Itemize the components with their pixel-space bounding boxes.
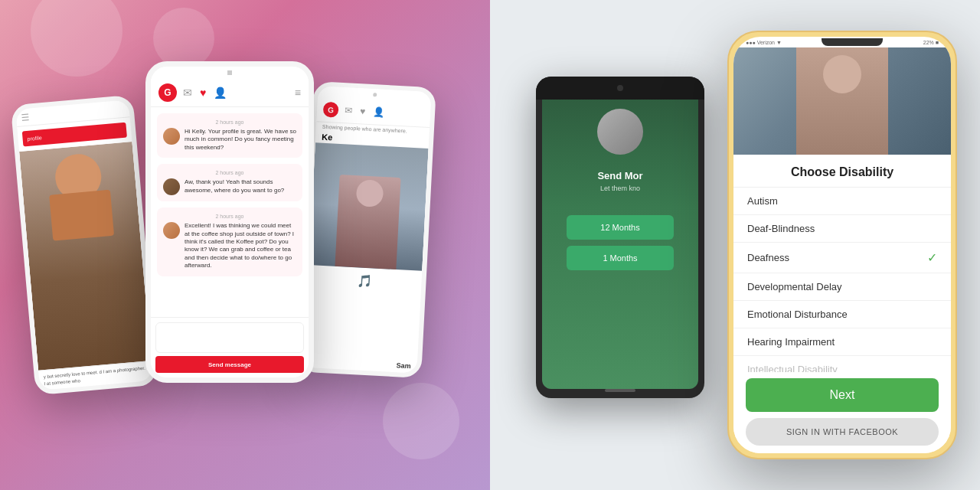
profile-icon[interactable]: 👤 bbox=[214, 87, 227, 99]
chat-text-2: Aw, thank you! Yeah that sounds awesome,… bbox=[185, 178, 296, 194]
disability-item-developmental[interactable]: Developmental Delay bbox=[733, 273, 951, 301]
carrier-label: ●●● Verizon ▼ bbox=[746, 40, 782, 45]
chat-avatar-3 bbox=[163, 222, 180, 239]
disability-item-emotional[interactable]: Emotional Disturbance bbox=[733, 301, 951, 328]
iphone-photo-area bbox=[733, 47, 951, 155]
disability-label-autism: Autism bbox=[747, 195, 778, 207]
messages-icon[interactable]: ✉ bbox=[183, 87, 192, 99]
avatar-image-2 bbox=[163, 178, 180, 195]
bokeh-circle bbox=[383, 383, 459, 459]
heart-action-icon[interactable]: 🎵 bbox=[357, 273, 373, 289]
next-label: Next bbox=[830, 388, 855, 402]
android-home-bar bbox=[605, 389, 635, 392]
facebook-label: SIGN IN WITH FACEBOOK bbox=[786, 427, 898, 436]
center-phone-content: G ✉ ♥ 👤 ≡ 2 hours ago Hi Kell bbox=[151, 67, 309, 377]
profile-label: profile bbox=[27, 135, 42, 142]
android-send-more: Send Mor bbox=[597, 170, 642, 181]
android-let-them: Let them kno bbox=[600, 185, 640, 192]
send-button[interactable]: Send message bbox=[155, 356, 304, 373]
person-head bbox=[355, 179, 384, 207]
chat-text-1: Hi Kelly. Your profile is great. We have… bbox=[185, 128, 296, 152]
chat-time-3: 2 hours ago bbox=[163, 214, 296, 219]
likes-icon[interactable]: ♥ bbox=[200, 87, 206, 99]
bokeh-circle bbox=[31, 0, 122, 77]
iphone-right: ●●● Verizon ▼ 22% ■ Choose Disability Au… bbox=[727, 31, 957, 459]
chat-time-2: 2 hours ago bbox=[163, 170, 296, 175]
checkmark-icon: ✓ bbox=[927, 250, 937, 265]
camera-dot bbox=[227, 70, 232, 75]
modal-title: Choose Disability bbox=[733, 155, 951, 188]
sam-label: Sam bbox=[396, 361, 411, 370]
chat-message-2: 2 hours ago Aw, thank you! Yeah that sou… bbox=[157, 164, 302, 201]
one-month-button[interactable]: 1 Months bbox=[567, 246, 674, 270]
disability-item-intellectual[interactable]: Intellectual Disability bbox=[733, 356, 951, 372]
profile-person-head bbox=[823, 55, 861, 93]
disability-item-deafblindness[interactable]: Deaf-Blindness bbox=[733, 215, 951, 243]
disability-item-autism[interactable]: Autism bbox=[733, 188, 951, 215]
chat-message-3: 2 hours ago Excellent! I was thinking we… bbox=[157, 207, 302, 276]
disability-label-emotional: Emotional Disturbance bbox=[747, 309, 848, 320]
iphone-notch bbox=[822, 38, 883, 46]
chat-row-2: Aw, thank you! Yeah that sounds awesome,… bbox=[163, 178, 296, 195]
chat-message-1: 2 hours ago Hi Kelly. Your profile is gr… bbox=[157, 113, 302, 158]
right-phone-body: Showing people who are anywhere. Ke 🎵 bbox=[303, 122, 430, 373]
left-panel: ☰ profile y but secretly love to meet. d… bbox=[0, 0, 490, 490]
twelve-months-button[interactable]: 12 Months bbox=[567, 215, 674, 240]
app-nav: ✉ ♥ 👤 bbox=[183, 87, 227, 99]
right-profile-icon[interactable]: 👤 bbox=[373, 106, 385, 118]
app-header: G ✉ ♥ 👤 ≡ bbox=[151, 79, 309, 107]
chat-avatar-2 bbox=[163, 178, 180, 195]
chat-row-1: Hi Kelly. Your profile is great. We have… bbox=[163, 128, 296, 152]
disability-list: Autism Deaf-Blindness Deafness ✓ Develop… bbox=[733, 188, 951, 372]
iphone-right-inner: ●●● Verizon ▼ 22% ■ Choose Disability Au… bbox=[733, 37, 951, 453]
right-panel: Send Mor Let them kno 12 Months 1 Months… bbox=[490, 0, 980, 490]
disability-item-hearing[interactable]: Hearing Impairment bbox=[733, 328, 951, 356]
chat-input-area: Send message bbox=[151, 317, 309, 377]
android-avatar bbox=[597, 109, 643, 155]
profile-photo bbox=[19, 142, 151, 371]
chat-text-3: Excellent! I was thinking we could meet … bbox=[185, 222, 296, 270]
left-phone: ☰ profile y but secretly love to meet. d… bbox=[11, 95, 158, 395]
disability-label-deafness: Deafness bbox=[747, 252, 789, 263]
app-logo: G bbox=[158, 83, 177, 102]
android-top-bar bbox=[536, 77, 704, 100]
chat-avatar-1 bbox=[163, 128, 180, 145]
avatar-image-3 bbox=[163, 222, 180, 239]
chat-time-1: 2 hours ago bbox=[163, 119, 296, 125]
menu-icon[interactable]: ≡ bbox=[295, 87, 301, 99]
right-phone-logo: G bbox=[323, 102, 339, 118]
person-silhouette bbox=[335, 175, 400, 270]
disability-label-intellectual: Intellectual Disability bbox=[747, 364, 838, 372]
profile-photo-person bbox=[796, 47, 888, 155]
camera-dot-right bbox=[373, 93, 377, 96]
disability-label-developmental: Developmental Delay bbox=[747, 281, 842, 292]
avatar-image-1 bbox=[163, 128, 180, 145]
iphone-status-bar: ●●● Verizon ▼ 22% ■ bbox=[733, 37, 951, 47]
right-likes-icon[interactable]: ♥ bbox=[360, 106, 366, 116]
disability-item-deafness[interactable]: Deafness ✓ bbox=[733, 243, 951, 273]
disability-label-deafblindness: Deaf-Blindness bbox=[747, 223, 815, 234]
android-avatar-image bbox=[597, 109, 643, 155]
chat-area: 2 hours ago Hi Kelly. Your profile is gr… bbox=[151, 107, 309, 317]
chat-row-3: Excellent! I was thinking we could meet … bbox=[163, 222, 296, 270]
right-phone: G ✉ ♥ 👤 Showing people who are anywhere.… bbox=[299, 81, 436, 378]
facebook-signin-button[interactable]: SIGN IN WITH FACEBOOK bbox=[746, 418, 939, 446]
left-phone-content: ☰ profile y but secretly love to meet. d… bbox=[15, 100, 153, 390]
right-phone-content: G ✉ ♥ 👤 Showing people who are anywhere.… bbox=[303, 86, 431, 373]
bokeh-circle bbox=[153, 8, 214, 69]
battery-label: 22% ■ bbox=[923, 40, 939, 45]
phone-top-bar bbox=[151, 67, 309, 79]
android-phone: Send Mor Let them kno 12 Months 1 Months bbox=[536, 77, 704, 398]
right-phone-nav: ✉ ♥ 👤 bbox=[345, 105, 385, 118]
message-input[interactable] bbox=[155, 322, 304, 353]
center-phone: G ✉ ♥ 👤 ≡ 2 hours ago Hi Kell bbox=[145, 61, 314, 383]
disability-modal: Choose Disability Autism Deaf-Blindness … bbox=[733, 155, 951, 453]
next-button[interactable]: Next bbox=[746, 378, 939, 412]
hamburger-icon: ☰ bbox=[21, 112, 30, 123]
android-screen: Send Mor Let them kno 12 Months 1 Months bbox=[542, 86, 698, 389]
right-messages-icon[interactable]: ✉ bbox=[345, 105, 353, 116]
disability-label-hearing: Hearing Impairment bbox=[747, 336, 835, 348]
right-phone-photo bbox=[309, 142, 428, 271]
android-camera bbox=[617, 85, 623, 91]
